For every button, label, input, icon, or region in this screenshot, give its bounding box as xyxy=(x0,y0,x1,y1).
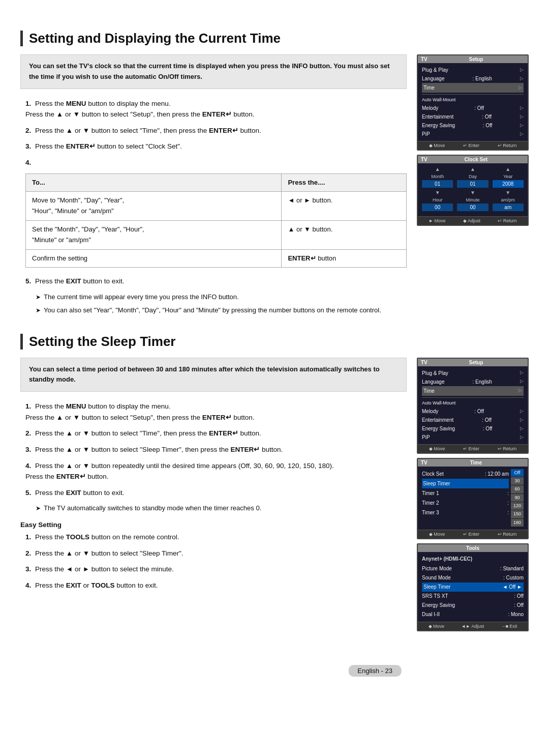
screen-tv-label: TV xyxy=(421,360,428,365)
row-arrow: ▷ xyxy=(520,369,524,376)
tools-bold-1: TOOLS xyxy=(66,533,89,541)
section1-intro-box: You can set the TV's clock so that the c… xyxy=(20,54,407,89)
enter-bold-s2-1: ENTER xyxy=(202,414,232,421)
exit-bold-1: EXIT xyxy=(66,277,81,285)
clock-set-header: TV Clock Set xyxy=(418,156,528,163)
row-value: : Off xyxy=(514,601,524,609)
screen-row: Energy Saving: Off▷ xyxy=(422,424,524,433)
screen-row: Language: English▷ xyxy=(422,74,524,83)
section2-intro-box: You can select a time period of between … xyxy=(20,358,407,392)
row-value: : xyxy=(507,489,509,498)
screen-row: Plug & Play▷ xyxy=(422,66,524,74)
tools-body: Anynet+ (HDMI-CEC) Picture Mode: Standar… xyxy=(418,552,528,622)
row-arrow: ▷ xyxy=(520,66,524,74)
step-3: 3. Press the ENTER button to select "Clo… xyxy=(25,141,407,152)
footer-return: ↩ Return xyxy=(498,446,517,451)
s2-step-5-num: 5. xyxy=(25,489,31,497)
month-val: 01 xyxy=(422,180,453,188)
minute-col: Minute 00 xyxy=(457,197,488,211)
footer-adjust: ◄► Adjust xyxy=(461,624,484,629)
screen-footer: ◆ Move ↵ Enter ↩ Return xyxy=(418,141,528,150)
row-arrow: ▷ xyxy=(520,104,524,112)
screen-title: Tools xyxy=(466,545,479,551)
row-label: Entertainment xyxy=(422,112,453,121)
s2-step-5: 5. Press the EXIT button to exit. xyxy=(25,487,407,499)
section1-title: Setting and Displaying the Current Time xyxy=(20,31,529,46)
tools-header: Tools xyxy=(418,544,528,552)
easy-step-1-num: 1. xyxy=(25,533,31,541)
setup-screen-1-header: TV Setup xyxy=(418,55,528,63)
hour-label: Hour xyxy=(422,197,453,202)
tools-row: Picture Mode: Standard xyxy=(422,564,524,573)
tools-row: SRS TS XT: Off xyxy=(422,592,524,601)
tools-row: Sound Mode: Custom xyxy=(422,573,524,583)
screen-row: Language: English▷ xyxy=(422,377,524,386)
row-label: Auto Wall-Mount xyxy=(422,96,455,104)
step-5-num: 5. xyxy=(25,277,31,285)
s2-note-1: The TV automatically switches to standby… xyxy=(36,503,407,514)
row-label: Energy Saving xyxy=(422,601,455,609)
row-label: Plug & Play xyxy=(422,66,448,74)
timer-box-30: 30 xyxy=(511,477,524,485)
exit-bold-2: EXIT xyxy=(66,489,81,497)
hour-col: Hour 00 xyxy=(422,197,453,211)
screen-tv-label: TV xyxy=(421,460,428,466)
footer-return: ↩ Return xyxy=(498,532,517,537)
easy-step-4: 4. Press the EXIT or TOOLS button to exi… xyxy=(25,580,407,591)
section2-main: You can select a time period of between … xyxy=(20,358,407,596)
s2-step-1-num: 1. xyxy=(25,402,31,410)
clock-col: ▲ xyxy=(457,166,488,172)
month-col: Month 01 xyxy=(422,174,453,188)
clock-col: ▼ xyxy=(422,190,453,195)
s2-step-2: 2. Press the ▲ or ▼ button to select "Ti… xyxy=(25,428,407,439)
screen-row: PiP▷ xyxy=(422,433,524,442)
clock-set-screen: TV Clock Set ▲ ▲ ▲ Month 01 xyxy=(417,155,529,226)
tools-row-sleep: Sleep Timer ◄ Off ► xyxy=(422,583,524,592)
tools-bold-2: TOOLS xyxy=(91,581,114,589)
section2-content: You can select a time period of between … xyxy=(20,358,529,631)
time-row-selected: Sleep Timer xyxy=(422,479,509,488)
note-2: You can also set "Year", "Month", "Day",… xyxy=(36,305,407,316)
time-menu-body: Clock Set: 12:00 am Sleep Timer Timer 1:… xyxy=(418,467,528,530)
col-press: Press the.... xyxy=(282,173,407,192)
footer-enter: ↵ Enter xyxy=(463,532,479,537)
table-row: Set the "Month", "Day", "Year", "Hour","… xyxy=(26,220,407,249)
enter-bold-s2-2: ENTER xyxy=(209,429,238,437)
ampm-val: am xyxy=(493,203,524,211)
clock-cols-labels: Month 01 Day 01 Year 2008 xyxy=(422,174,524,188)
timer-box-off: Off xyxy=(511,469,524,477)
s2-step-4-num: 4. xyxy=(25,462,31,470)
screen-footer: ◆ Move ↵ Enter ↩ Return xyxy=(418,530,528,538)
screen-title: Time xyxy=(470,460,482,466)
timer-box-120: 120 xyxy=(511,502,524,510)
section1-intro-text: You can set the TV's clock so that the c… xyxy=(29,61,398,82)
row-arrow: ▷ xyxy=(520,113,524,121)
row-label: Timer 2 xyxy=(422,499,439,507)
year-val: 2008 xyxy=(493,180,524,188)
row-value: : 12:00 am xyxy=(485,470,509,478)
footer-return: ↩ Return xyxy=(498,218,517,223)
ampm-label: am/pm xyxy=(493,197,524,202)
row-label: Time xyxy=(423,387,435,395)
screen-footer: ◆ Move ↵ Enter ↩ Return xyxy=(418,444,528,453)
row-label: Picture Mode xyxy=(422,565,452,573)
row-value: : Mono xyxy=(508,610,524,619)
section1-content: You can set the TV's clock so that the c… xyxy=(20,54,529,318)
footer-return: ↩ Return xyxy=(498,143,517,148)
row-label: Plug & Play xyxy=(422,369,448,377)
screen-footer: ◆ Move ◄► Adjust →■ Exit xyxy=(418,622,528,630)
screen-title: Setup xyxy=(469,56,483,62)
row-label: Auto Wall-Mount xyxy=(422,399,455,407)
step-2: 2. Press the ▲ or ▼ button to select "Ti… xyxy=(25,125,407,136)
year-col: Year 2008 xyxy=(493,174,524,188)
row-value: : Off xyxy=(474,104,484,112)
footer-move: ◆ Move xyxy=(429,624,445,629)
time-menu-header: TV Time xyxy=(418,459,528,467)
screen-row: Energy Saving: Off▷ xyxy=(422,121,524,130)
step-1: 1. Press the MENU button to display the … xyxy=(25,98,407,120)
page-footer-container: English - 23 xyxy=(20,650,529,677)
row-arrow: ▷ xyxy=(520,130,524,138)
section1-screens: TV Setup Plug & Play▷ Language: English▷… xyxy=(417,54,529,226)
easy-setting-title: Easy Setting xyxy=(20,521,407,529)
row-label: Melody xyxy=(422,407,438,416)
